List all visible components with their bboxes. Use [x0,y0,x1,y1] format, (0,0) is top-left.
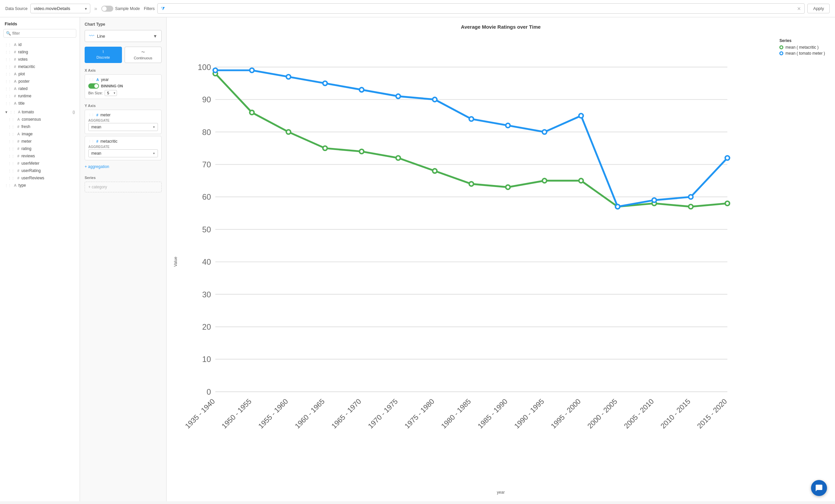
meter-field-name: meter [100,113,110,117]
config-panel: Chart Type 〰 Line ▼ ⌇ Discrete 〜 Continu… [80,17,167,501]
y-axis-label: Y Axis [85,104,162,108]
x-axis-field-box: ⋮⋮ A year BINNING ON Bin Size: 5 10 15 [85,74,162,99]
add-category-button[interactable]: + category [85,182,162,192]
chart-type-label: Chart Type [85,22,162,27]
svg-point-58 [432,97,437,102]
svg-point-50 [689,204,693,209]
field-item-rating[interactable]: ⋮⋮ # rating [0,48,80,56]
meter-aggregate-select[interactable]: mean [88,123,158,131]
field-item-tomato-consensus[interactable]: ⋮⋮ A consensus [3,116,80,123]
tomato-group-header[interactable]: ▼ ⋮⋮ A tomato {} [0,108,80,116]
legend-item-green: mean ( metacritic ) [779,45,825,50]
field-drag: ⋮⋮ [8,162,15,165]
metacritic-aggregate-select[interactable]: mean [88,149,158,157]
chat-button[interactable] [811,480,827,496]
continuous-btn[interactable]: 〜 Continuous [125,47,162,63]
field-type-icon: A [14,43,16,47]
svg-text:40: 40 [202,257,211,266]
field-item-poster[interactable]: ⋮⋮ A poster [0,78,80,85]
filter-clear-icon[interactable]: ✕ [797,6,801,11]
field-type-icon: # [17,154,19,158]
field-item-tomato-userRating[interactable]: ⋮⋮ # userRating [3,167,80,174]
metacritic-type-icon: # [96,139,98,143]
field-type-icon: # [14,57,16,61]
bin-size-select[interactable]: 5 10 15 20 [105,90,117,96]
field-item-tomato-meter[interactable]: ⋮⋮ # meter [3,138,80,145]
filters-section: Filters ⧩ ✕ Apply [144,3,830,14]
field-drag: ⋮⋮ [5,65,11,69]
field-item-tomato-image[interactable]: ⋮⋮ A image [3,130,80,138]
chart-area: Average Movie Ratings over Time Value 01… [167,17,835,501]
svg-point-62 [579,114,583,118]
svg-text:50: 50 [202,225,211,234]
field-item-plot[interactable]: ⋮⋮ A plot [0,70,80,78]
field-type-icon: A [14,183,16,187]
top-bar: Data Source video.movieDetails » Sample … [0,0,835,17]
fields-list: ⋮⋮ A id⋮⋮ # rating⋮⋮ # votes⋮⋮ # metacri… [0,41,80,189]
add-aggregation-link[interactable]: + aggregation [85,162,162,171]
field-item-tomato-userReviews[interactable]: ⋮⋮ # userReviews [3,174,80,182]
svg-text:2010 - 2015: 2010 - 2015 [659,397,692,430]
svg-point-57 [396,94,401,98]
legend-dot-blue [779,51,783,55]
field-item-tomato-userMeter[interactable]: ⋮⋮ # userMeter [3,160,80,167]
field-drag: ⋮⋮ [5,80,11,83]
chart-inner: 01020304050607080901001935 - 19401950 - … [179,35,828,489]
svg-text:70: 70 [202,160,211,169]
svg-point-44 [469,182,473,186]
field-item-type[interactable]: ⋮⋮ A type [0,182,80,189]
tomato-type: A [18,110,20,114]
field-drag: ⋮⋮ [5,51,11,54]
svg-text:2000 - 2005: 2000 - 2005 [586,397,619,430]
search-icon: 🔍 [6,31,11,36]
data-source-select[interactable]: video.movieDetails [30,4,90,13]
field-item-tomato-fresh[interactable]: ⋮⋮ # fresh [3,123,80,130]
svg-point-53 [249,68,254,72]
y-field-meter-box: ⋮⋮ # meter AGGREGATE mean [85,110,162,134]
field-item-votes[interactable]: ⋮⋮ # votes [0,56,80,63]
svg-point-43 [432,169,437,173]
metacritic-aggregate-label: AGGREGATE [88,145,158,149]
binning-toggle[interactable] [88,83,99,89]
svg-point-65 [689,195,693,199]
field-name-votes: votes [18,57,28,62]
series-section: Series + category [85,176,162,192]
chart-container: Value 01020304050607080901001935 - 19401… [173,35,828,489]
field-type-icon: # [17,176,19,180]
chart-type-button[interactable]: 〰 Line ▼ [85,30,162,42]
tomato-nested: ⋮⋮ A consensus⋮⋮ # fresh⋮⋮ A image⋮⋮ # m… [0,116,80,182]
field-type-icon: A [14,72,16,76]
field-item-tomato-rating[interactable]: ⋮⋮ # rating [3,145,80,152]
field-item-runtime[interactable]: ⋮⋮ # runtime [0,92,80,100]
field-item-metacritic[interactable]: ⋮⋮ # metacritic [0,63,80,70]
field-type-icon: A [14,87,16,91]
field-item-title[interactable]: ⋮⋮ A title [0,100,80,107]
field-name-userRating: userRating [21,168,41,173]
field-item-id[interactable]: ⋮⋮ A id [0,41,80,48]
meter-aggregate-label: AGGREGATE [88,119,158,122]
field-name-metacritic: metacritic [18,64,35,69]
tomato-chevron: ▼ [5,110,8,114]
discrete-btn[interactable]: ⌇ Discrete [85,47,122,63]
fields-search-input[interactable] [3,29,76,38]
svg-point-42 [396,156,401,160]
field-type-icon: # [17,161,19,165]
field-name-meter: meter [21,139,32,144]
field-drag: ⋮⋮ [8,140,15,143]
main-layout: Fields 🔍 ⋮⋮ A id⋮⋮ # rating⋮⋮ # votes⋮⋮ … [0,17,835,501]
chart-svg: 01020304050607080901001935 - 19401950 - … [179,35,828,489]
svg-text:1985 - 1990: 1985 - 1990 [476,397,509,430]
svg-text:0: 0 [207,387,211,396]
field-item-tomato-reviews[interactable]: ⋮⋮ # reviews [3,152,80,160]
field-type-icon: A [17,117,20,121]
field-name-reviews: reviews [21,154,35,158]
filter-input-wrapper[interactable]: ⧩ ✕ [157,3,805,14]
sample-mode-toggle[interactable] [101,6,113,12]
field-name-consensus: consensus [22,117,41,122]
field-item-rated[interactable]: ⋮⋮ A rated [0,85,80,92]
x-field-drag: ⋮⋮ [88,78,94,81]
apply-button[interactable]: Apply [807,4,830,13]
svg-point-45 [506,185,510,189]
continuous-label: Continuous [134,56,152,60]
svg-point-64 [652,198,656,202]
